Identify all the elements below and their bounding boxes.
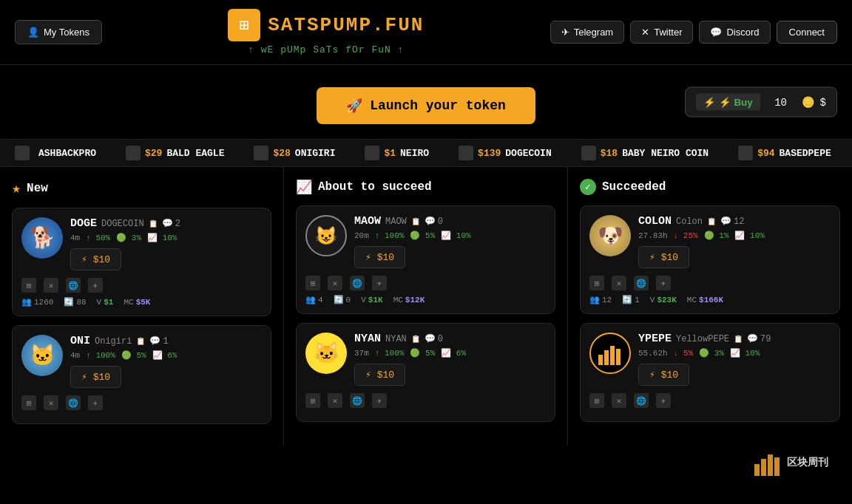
- discord-button[interactable]: 💬 Discord: [699, 21, 770, 44]
- launch-token-button[interactable]: 🚀 Launch your token: [317, 87, 535, 124]
- grid-icon-doge[interactable]: ⊞: [21, 278, 36, 293]
- buy-ypepe-button[interactable]: ⚡ $10: [638, 364, 689, 386]
- globe-icon-doge[interactable]: 🌐: [66, 278, 81, 293]
- connect-button[interactable]: Connect: [777, 21, 837, 44]
- ticker-item[interactable]: $18BABY NEIRO COIN: [581, 146, 709, 160]
- globe-icon-colon[interactable]: 🌐: [634, 276, 649, 290]
- svg-rect-7: [774, 457, 780, 476]
- card-stats-oni: 4m ↑ 100% 🟢 5% 📈 6%: [70, 350, 262, 360]
- twitter-icon-oni[interactable]: ✕: [44, 395, 58, 410]
- svg-rect-2: [610, 346, 615, 365]
- token-name-oni: ONI: [70, 335, 90, 347]
- copy-icon-colon[interactable]: 📋: [707, 217, 716, 226]
- telegram-icon-colon[interactable]: ✈: [656, 276, 671, 290]
- buy-maow-button[interactable]: ⚡ $10: [354, 246, 405, 268]
- card-top-doge: 🐕 DOGE DOGECOIN 📋 💬 2 4m ↑ 50% 🟢 3% 📈 10…: [21, 217, 262, 270]
- telegram-icon-maow[interactable]: ✈: [372, 276, 387, 290]
- grid-icon-maow[interactable]: ⊞: [305, 276, 320, 290]
- launch-label: Launch your token: [370, 98, 506, 113]
- svg-rect-0: [598, 355, 603, 365]
- svg-rect-5: [761, 459, 766, 476]
- token-card-nyan[interactable]: 🐱 NYAN NYAN 📋 💬 0 37m ↑ 100% 🟢 5% 📈 6%: [296, 323, 555, 422]
- buy-doge-button[interactable]: ⚡ $10: [70, 248, 121, 270]
- dollar-sign: $: [820, 96, 826, 108]
- avatar-oni: 🐱: [21, 335, 63, 376]
- name-row-maow: MAOW MAOW 📋 💬 0: [354, 215, 546, 228]
- social-row-maow: ⊞ ✕ 🌐 ✈: [305, 276, 546, 290]
- telegram-button[interactable]: ✈ Telegram: [550, 21, 624, 44]
- chat-count-colon: 💬 12: [720, 216, 744, 227]
- token-card-ypepe[interactable]: YPEPE YellowPEPE 📋 💬 79 55.62h ↓ 5% 🟢 3%…: [580, 323, 840, 422]
- telegram-icon-nyan[interactable]: ✈: [372, 393, 387, 408]
- card-stats-nyan: 37m ↑ 100% 🟢 5% 📈 6%: [354, 348, 546, 358]
- buy-nyan-button[interactable]: ⚡ $10: [354, 364, 405, 386]
- ticker-item[interactable]: ASHBACKPRO: [15, 146, 96, 160]
- green-check-icon: ✓: [580, 179, 596, 195]
- volume-doge: V $1: [97, 297, 114, 307]
- grid-icon-oni[interactable]: ⊞: [21, 395, 36, 410]
- token-card-oni[interactable]: 🐱 ONI Onigiri 📋 💬 1 4m ↑ 100% 🟢 5% 📈 6%: [12, 325, 271, 424]
- globe-icon-nyan[interactable]: 🌐: [350, 393, 365, 408]
- ticker-token-icon: [365, 146, 379, 160]
- copy-icon-maow[interactable]: 📋: [411, 217, 420, 226]
- main-grid: ★ New 🐕 DOGE DOGECOIN 📋 💬 2 4m ↑ 50%: [0, 167, 852, 445]
- twitter-icon-nyan[interactable]: ✕: [328, 393, 342, 408]
- grid-icon-ypepe[interactable]: ⊞: [589, 393, 604, 408]
- grid-icon-nyan[interactable]: ⊞: [305, 393, 320, 408]
- buy-colon-button[interactable]: ⚡ $10: [638, 246, 689, 268]
- copy-icon-doge[interactable]: 📋: [149, 219, 158, 228]
- token-fullname-nyan: NYAN: [385, 334, 407, 344]
- telegram-icon-ypepe[interactable]: ✈: [656, 393, 671, 408]
- twitter-icon-ypepe[interactable]: ✕: [612, 393, 626, 408]
- copy-icon-nyan[interactable]: 📋: [411, 335, 420, 344]
- logo-row: ⊞ SATSPUMP.FUN: [228, 9, 424, 41]
- ticker-item[interactable]: $28ONIGIRI: [254, 146, 335, 160]
- twitter-x-icon: ✕: [641, 27, 649, 38]
- twitter-icon-colon[interactable]: ✕: [612, 276, 626, 290]
- grid-icon-colon[interactable]: ⊞: [589, 276, 604, 290]
- logo-area: ⊞ SATSPUMP.FUN ↑ wE pUMp SaTs fOr FuN ↑: [228, 9, 424, 55]
- twitter-icon-maow[interactable]: ✕: [328, 276, 342, 290]
- buy-button[interactable]: ⚡ ⚡ Buy: [696, 94, 760, 111]
- buy-amount-input[interactable]: 10: [766, 96, 796, 108]
- mc-doge: MC $5K: [124, 297, 150, 307]
- user-icon: 👤: [27, 27, 39, 38]
- token-card-maow[interactable]: 😺 MAOW MAOW 📋 💬 0 20m ↑ 100% 🟢 5% 📈 10%: [296, 205, 555, 314]
- card-info-maow: MAOW MAOW 📋 💬 0 20m ↑ 100% 🟢 5% 📈 10% ⚡ …: [354, 215, 546, 268]
- token-name-maow: MAOW: [354, 215, 381, 228]
- telegram-icon-oni[interactable]: ✈: [88, 395, 103, 410]
- token-name-doge: DOGE: [70, 217, 97, 230]
- card-top-colon: 🐶 COLON Colon 📋 💬 12 27.83h ↓ 25% 🟢 1% 📈…: [589, 215, 831, 268]
- lightning-icon: ⚡: [703, 97, 716, 108]
- chat-count-maow: 💬 0: [425, 216, 443, 227]
- copy-icon-ypepe[interactable]: 📋: [734, 335, 743, 344]
- token-fullname-ypepe: YellowPEPE: [676, 334, 729, 344]
- about-section-title: About to succeed: [318, 180, 432, 194]
- buy-panel: ⚡ ⚡ Buy 10 🪙 $: [685, 87, 837, 118]
- card-stats-doge: 4m ↑ 50% 🟢 3% 📈 10%: [70, 233, 262, 242]
- token-card-doge[interactable]: 🐕 DOGE DOGECOIN 📋 💬 2 4m ↑ 50% 🟢 3% 📈 10…: [12, 208, 271, 316]
- ticker-item[interactable]: $139DOGECOIN: [459, 146, 552, 160]
- copy-icon-oni[interactable]: 📋: [136, 337, 145, 346]
- telegram-label: Telegram: [574, 27, 613, 38]
- token-card-colon[interactable]: 🐶 COLON Colon 📋 💬 12 27.83h ↓ 25% 🟢 1% 📈…: [580, 205, 840, 314]
- ticker-bar: ASHBACKPRO$29BALD EAGLE$28ONIGIRI$1NEIRO…: [0, 139, 852, 167]
- card-info-ypepe: YPEPE YellowPEPE 📋 💬 79 55.62h ↓ 5% 🟢 3%…: [638, 333, 831, 386]
- twitter-button[interactable]: ✕ Twitter: [630, 21, 693, 44]
- buy-oni-button[interactable]: ⚡ $10: [70, 366, 121, 388]
- globe-icon-maow[interactable]: 🌐: [350, 276, 365, 290]
- ticker-item[interactable]: $29BALD EAGLE: [126, 146, 224, 160]
- ticker-item[interactable]: $94BASEDPEPE: [738, 146, 831, 160]
- chart-icon: 📈: [296, 179, 312, 195]
- globe-icon-ypepe[interactable]: 🌐: [634, 393, 649, 408]
- my-tokens-button[interactable]: 👤 My Tokens: [15, 20, 102, 44]
- succeeded-section-header: ✓ Succeeded: [580, 179, 840, 195]
- buy-currency: 🪙: [802, 96, 814, 109]
- card-info-colon: COLON Colon 📋 💬 12 27.83h ↓ 25% 🟢 1% 📈 1…: [638, 215, 831, 268]
- telegram-icon-doge[interactable]: ✈: [88, 278, 103, 293]
- header: 👤 My Tokens ⊞ SATSPUMP.FUN ↑ wE pUMp SaT…: [0, 0, 852, 65]
- twitter-icon-doge[interactable]: ✕: [44, 278, 58, 293]
- ticker-item[interactable]: $1NEIRO: [365, 146, 429, 160]
- card-info-oni: ONI Onigiri 📋 💬 1 4m ↑ 100% 🟢 5% 📈 6% ⚡ …: [70, 335, 262, 388]
- globe-icon-oni[interactable]: 🌐: [66, 395, 81, 410]
